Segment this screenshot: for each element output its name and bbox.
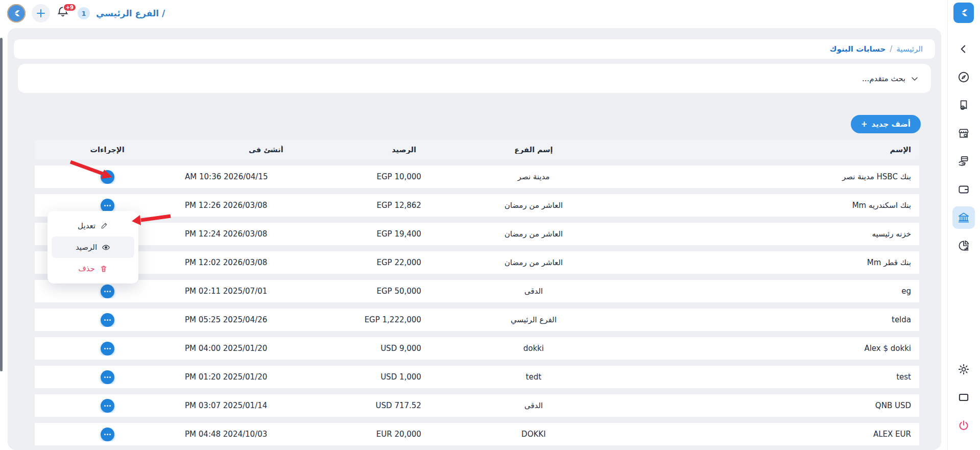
main-content: الرئيسية / حسابات البنوك بحث متقدم... أض…: [8, 28, 941, 450]
pie-chart-icon: [957, 239, 970, 252]
menu-item-delete-label: حذف: [78, 264, 95, 273]
scrollbar-thumb[interactable]: [0, 38, 3, 371]
bank-icon: [957, 211, 970, 224]
sidebar-item-power[interactable]: [952, 414, 975, 437]
sidebar-bottom-group: [947, 358, 980, 437]
hand-card-icon: [957, 155, 970, 168]
branch-cell: الدقى: [421, 287, 646, 296]
header-name: الإسم: [646, 146, 919, 154]
created-cell: PM 01:20 2025/01/20: [180, 372, 352, 382]
sidebar-item-wallet[interactable]: [952, 178, 975, 201]
notifications-button[interactable]: +9: [56, 5, 71, 21]
plus-icon: [36, 8, 46, 18]
table-row: teldaالفرع الرئيسيEGP 1,222,000PM 05:25 …: [35, 309, 919, 331]
advanced-search-toggle[interactable]: بحث متقدم...: [18, 64, 931, 93]
actions-cell: [35, 313, 180, 327]
current-branch-title[interactable]: الفرع الرئيسي /: [96, 8, 165, 18]
name-cell: ALEX EUR: [646, 430, 919, 439]
chevron-down-icon: [911, 75, 919, 83]
table-body: بنك HSBC مدينة نصرمدينة نصرEGP 10,000AM …: [35, 165, 919, 445]
pencil-icon: [100, 222, 108, 230]
brand-s-icon: [958, 7, 969, 18]
top-bar: +9 1 الفرع الرئيسي /: [0, 0, 980, 28]
created-cell: PM 03:07 2025/01/14: [180, 401, 352, 410]
branch-cell: العاشر من رمضان: [421, 229, 646, 239]
table-row: testtedtUSD 1,000PM 01:20 2025/01/20: [35, 366, 919, 388]
row-actions-button[interactable]: [101, 170, 114, 184]
branch-cell: الدقى: [421, 401, 646, 410]
row-actions-button[interactable]: [101, 342, 114, 356]
header-created: أنشئ فى: [180, 146, 352, 154]
sidebar-item-window[interactable]: [952, 386, 975, 409]
row-actions-button[interactable]: [101, 428, 114, 441]
balance-cell: EGP 1,222,000: [352, 315, 421, 324]
breadcrumb-separator: /: [890, 44, 892, 54]
balance-cell: EUR 20,000: [352, 430, 421, 439]
row-actions-button[interactable]: [101, 370, 114, 384]
row-actions-button[interactable]: [101, 199, 114, 212]
table-row: Alex $ dokkidokkiUSD 9,000PM 04:00 2025/…: [35, 337, 919, 360]
actions-cell: [35, 399, 180, 413]
row-actions-button[interactable]: [101, 399, 114, 413]
table-header-row: الإسم إسم الفرع الرصيد أنشئ فى الإجراءات: [35, 140, 919, 159]
sidebar-item-receipt-money[interactable]: [952, 94, 975, 116]
name-cell: telda: [646, 315, 919, 324]
branch-cell: العاشر من رمضان: [421, 258, 646, 267]
row-actions-button[interactable]: [101, 313, 114, 327]
name-cell: test: [646, 372, 919, 382]
header-balance: الرصيد: [352, 146, 421, 154]
balance-cell: EGP 22,000: [352, 258, 421, 267]
table-row: بنك قطر Mmالعاشر من رمضانEGP 22,000PM 12…: [35, 251, 919, 274]
branch-cell: dokki: [421, 344, 646, 353]
branch-cell: DOKKI: [421, 430, 646, 439]
name-cell: eg: [646, 287, 919, 296]
add-quick-button[interactable]: [32, 4, 50, 22]
menu-item-edit[interactable]: تعديل: [52, 215, 134, 236]
header-actions: الإجراءات: [35, 146, 180, 154]
balance-cell: EGP 19,400: [352, 229, 421, 239]
menu-item-balance-label: الرصيد: [76, 243, 97, 252]
menu-item-balance[interactable]: الرصيد: [52, 236, 134, 258]
add-new-label: أضف جديد: [872, 120, 911, 129]
branch-count-chip: 1: [78, 7, 90, 19]
actions-cell: [35, 342, 180, 356]
actions-cell: [35, 428, 180, 441]
eye-icon: [102, 243, 110, 252]
advanced-search-label: بحث متقدم...: [862, 74, 905, 83]
branch-cell: tedt: [421, 372, 646, 382]
created-cell: AM 10:36 2026/04/15: [180, 172, 352, 181]
balance-cell: USD 1,000: [352, 372, 421, 382]
row-actions-context-menu: تعديل الرصيد حذف: [47, 211, 138, 283]
menu-item-delete[interactable]: حذف: [52, 258, 134, 279]
balance-cell: USD 9,000: [352, 344, 421, 353]
sidebar-item-store[interactable]: [952, 122, 975, 145]
notification-badge: +9: [63, 3, 77, 12]
window-icon: [957, 391, 970, 404]
power-icon: [957, 419, 970, 432]
sidebar-item-gear[interactable]: [952, 358, 975, 381]
chevron-left-icon: [957, 42, 970, 56]
name-cell: بنك HSBC مدينة نصر: [646, 172, 919, 181]
wallet-icon: [957, 183, 970, 196]
created-cell: PM 04:00 2025/01/20: [180, 344, 352, 353]
plus-icon: +: [861, 120, 868, 129]
sidebar-item-chevron-left[interactable]: [952, 38, 975, 60]
balance-cell: EGP 10,000: [352, 172, 421, 181]
sidebar-item-hand-card[interactable]: [952, 150, 975, 173]
compass-icon: [957, 70, 970, 84]
add-new-button[interactable]: أضف جديد +: [851, 115, 921, 133]
name-cell: بنك قطر Mm: [646, 258, 919, 267]
actions-cell: [35, 370, 180, 384]
menu-item-edit-label: تعديل: [78, 221, 95, 230]
branch-cell: الفرع الرئيسي: [421, 315, 646, 324]
table-row: QNB USDالدقىUSD 717.52PM 03:07 2025/01/1…: [35, 394, 919, 417]
sidebar-item-pie-chart[interactable]: [952, 234, 975, 257]
created-cell: PM 04:48 2024/10/03: [180, 430, 352, 439]
sidebar-item-bank[interactable]: [952, 206, 975, 229]
app-logo[interactable]: [953, 3, 974, 23]
breadcrumb-home-link[interactable]: الرئيسية: [896, 44, 923, 54]
sidebar-item-compass[interactable]: [952, 66, 975, 88]
name-cell: QNB USD: [646, 401, 919, 410]
user-avatar-logo[interactable]: [7, 4, 26, 22]
row-actions-button[interactable]: [101, 285, 114, 298]
